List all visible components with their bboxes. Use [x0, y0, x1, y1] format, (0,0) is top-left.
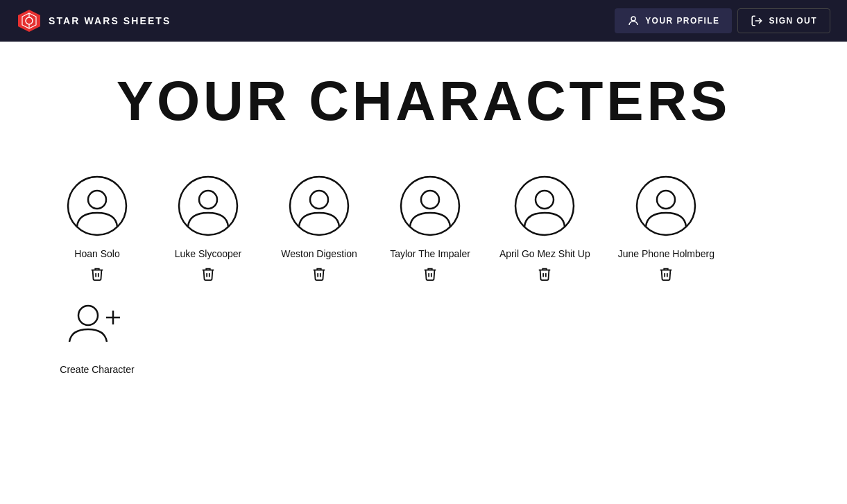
character-avatar — [288, 175, 350, 240]
svg-point-12 — [310, 191, 328, 209]
character-card[interactable]: June Phone Holmberg — [604, 168, 728, 293]
signout-icon — [751, 15, 763, 27]
svg-point-16 — [536, 191, 554, 209]
character-name: April Go Mez Shit Up — [499, 248, 590, 259]
svg-point-19 — [78, 306, 98, 325]
character-name: Weston Digestion — [281, 248, 357, 259]
character-card[interactable]: Luke Slycooper — [153, 168, 264, 293]
character-avatar — [66, 175, 128, 240]
character-name: June Phone Holmberg — [618, 248, 715, 259]
character-avatar — [177, 175, 239, 240]
delete-character-button[interactable] — [307, 265, 331, 286]
delete-character-button[interactable] — [533, 265, 556, 286]
character-name: Taylor The Impaler — [390, 248, 470, 259]
svg-point-10 — [199, 191, 217, 209]
signout-button[interactable]: SIGN OUT — [737, 8, 830, 33]
navbar: STAR WARS SHEETS YOUR PROFILE SIGN OUT — [0, 0, 847, 42]
create-character-label: Create Character — [60, 364, 134, 375]
create-character-card[interactable]: Create Character — [42, 293, 153, 382]
app-title: STAR WARS SHEETS — [49, 15, 171, 26]
character-card[interactable]: April Go Mez Shit Up — [486, 168, 604, 293]
character-card[interactable]: Taylor The Impaler — [375, 168, 486, 293]
characters-grid: Hoan Solo Luke Slycooper — [0, 168, 847, 382]
profile-button[interactable]: YOUR PROFILE — [615, 8, 732, 33]
character-card[interactable]: Weston Digestion — [264, 168, 375, 293]
character-avatar — [399, 175, 461, 240]
logo-icon — [17, 8, 42, 33]
delete-character-button[interactable] — [196, 265, 220, 286]
character-card[interactable]: Hoan Solo — [42, 168, 153, 293]
character-avatar — [635, 175, 697, 240]
delete-character-button[interactable] — [85, 265, 109, 286]
svg-point-5 — [631, 17, 635, 21]
delete-character-button[interactable] — [654, 265, 678, 286]
delete-character-button[interactable] — [418, 265, 442, 286]
profile-icon — [627, 15, 640, 27]
svg-point-8 — [88, 191, 106, 209]
signout-label: SIGN OUT — [769, 16, 817, 26]
svg-point-14 — [421, 191, 439, 209]
logo-link[interactable]: STAR WARS SHEETS — [17, 8, 171, 33]
character-name: Hoan Solo — [74, 248, 119, 259]
navbar-actions: YOUR PROFILE SIGN OUT — [615, 8, 830, 33]
character-name: Luke Slycooper — [175, 248, 242, 259]
profile-label: YOUR PROFILE — [645, 16, 719, 26]
svg-point-18 — [657, 191, 675, 209]
create-character-icon — [66, 300, 128, 351]
page-title: YOUR CHARACTERS — [0, 69, 847, 133]
character-avatar — [513, 175, 576, 240]
